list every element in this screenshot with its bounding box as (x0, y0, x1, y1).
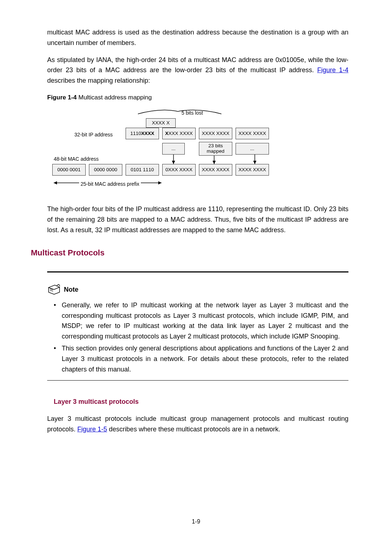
text: describes the mapping relationship: (47, 77, 150, 84)
diagram-box-ip4: XXXX XXXX (236, 128, 269, 139)
divider (47, 380, 348, 381)
figure-label: Figure 1-4 (47, 94, 77, 101)
diagram-box-ip1: 1110 XXXX (126, 128, 159, 139)
diagram-box-dots2: ... (236, 143, 269, 155)
heading-layer3: Layer 3 multicast protocols (54, 397, 348, 407)
diagram-label-ip: 32-bit IP address (74, 131, 113, 139)
diagram-box-mac3: 0101 1110 (126, 164, 159, 176)
list-item: This section provides only general descr… (54, 343, 348, 374)
text: describes where these multicast protocol… (107, 426, 280, 433)
text: As stipulated by IANA, the high-order 24… (47, 56, 348, 74)
diagram-multicast-mapping: 5 bits lost XXXX X 32-bit IP address 111… (51, 107, 305, 194)
diagram-label-5bits-lost: 5 bits lost (181, 109, 203, 117)
diagram-box-mac6: XXXX XXXX (236, 164, 269, 176)
list-item: Generally, we refer to IP multicast work… (54, 300, 348, 342)
heading-multicast-protocols: Multicast Protocols (31, 246, 348, 259)
note-icon (47, 284, 61, 295)
paragraph: As stipulated by IANA, the high-order 24… (47, 55, 348, 86)
diagram-box-mac2: 0000 0000 (89, 164, 122, 176)
diagram-box-ip2: XXXX XXXX (162, 128, 196, 139)
diagram-label-prefix: 25-bit MAC address prefix (79, 180, 141, 188)
paragraph: Layer 3 multicast protocols include mult… (47, 414, 348, 435)
diagram-box-mac5: XXXX XXXX (199, 164, 232, 176)
figure-link[interactable]: Figure 1-4 (317, 66, 348, 74)
paragraph: multicast MAC address is used as the des… (47, 27, 348, 48)
note-block: Note Generally, we refer to IP multicast… (47, 271, 348, 381)
figure-title: Multicast address mapping (77, 94, 152, 101)
diagram-box-xxxxx: XXXX X (146, 118, 176, 128)
figure-caption: Figure 1-4 Multicast address mapping (47, 93, 348, 102)
diagram-box-dots1: ... (162, 143, 185, 155)
svg-line-5 (50, 290, 53, 291)
diagram-box-mac1: 0000 0001 (52, 164, 86, 176)
diagram-box-ip3: XXXX XXXX (199, 128, 232, 139)
diagram-label-mac: 48-bit MAC address (54, 155, 99, 163)
paragraph: The high-order four bits of the IP multi… (47, 204, 348, 235)
divider (47, 271, 348, 272)
figure-link[interactable]: Figure 1-5 (77, 426, 107, 433)
note-title: Note (64, 284, 78, 295)
page-number: 1-9 (0, 517, 392, 526)
diagram-box-23bits: 23 bitsmapped (199, 142, 232, 156)
diagram-box-mac4: 0XXX XXXX (162, 164, 196, 176)
